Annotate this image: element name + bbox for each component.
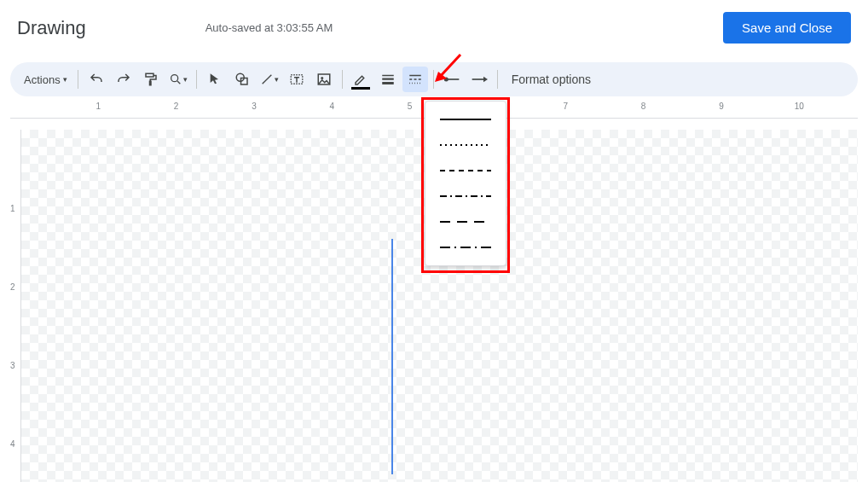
border-color-button[interactable]	[348, 67, 373, 92]
select-tool-button[interactable]	[202, 67, 228, 92]
actions-menu-button[interactable]: Actions ▾	[19, 70, 72, 90]
actions-label: Actions	[24, 73, 61, 86]
cursor-icon	[208, 73, 222, 86]
dash-option-solid[interactable]	[425, 107, 506, 132]
dash-option-dashed-short[interactable]	[425, 158, 506, 183]
svg-rect-6	[382, 75, 394, 77]
textbox-icon	[289, 72, 304, 87]
dash-option-dash-dot[interactable]	[425, 183, 506, 209]
line-icon	[260, 73, 274, 86]
redo-button[interactable]	[111, 67, 136, 92]
ruler-label: 8	[641, 102, 646, 111]
line-end-icon	[471, 75, 488, 84]
toolbar: Actions ▾ ▾ ▾	[10, 62, 858, 96]
line-dash-icon	[408, 72, 423, 87]
ruler-label: 9	[719, 102, 724, 111]
dash-option-long-dash-dot[interactable]	[425, 235, 506, 260]
dash-option-dotted[interactable]	[425, 132, 506, 158]
shape-tool-button[interactable]	[229, 67, 255, 92]
line-weight-icon	[380, 72, 396, 87]
svg-rect-8	[382, 82, 394, 84]
line-end-button[interactable]	[466, 67, 492, 92]
format-options-button[interactable]: Format options	[503, 69, 599, 90]
ruler-label: 4	[10, 439, 15, 449]
ruler-label: 1	[96, 102, 101, 111]
border-dash-button[interactable]	[402, 67, 428, 92]
ruler-label: 4	[330, 102, 335, 111]
ruler-label: 5	[408, 102, 413, 111]
zoom-button[interactable]: ▾	[165, 67, 191, 92]
ruler-label: 7	[564, 102, 569, 111]
ruler-label: 2	[174, 102, 179, 111]
image-icon	[316, 72, 332, 87]
ruler-label: 3	[10, 361, 15, 370]
paint-roller-icon	[143, 72, 159, 87]
pencil-icon	[353, 72, 368, 87]
line-start-icon	[443, 75, 460, 84]
ruler-label: 3	[252, 102, 257, 111]
line-tool-button[interactable]: ▾	[257, 67, 282, 92]
chevron-down-icon: ▾	[275, 75, 279, 84]
redo-icon	[116, 72, 131, 87]
magnifier-icon	[169, 73, 182, 86]
svg-rect-9	[409, 75, 421, 77]
border-weight-button[interactable]	[375, 67, 401, 92]
vertical-ruler: 1 2 3 4	[10, 130, 20, 482]
ruler-label: 1	[10, 204, 15, 213]
save-and-close-button[interactable]: Save and Close	[723, 12, 851, 44]
paint-format-button[interactable]	[138, 67, 164, 92]
header-bar: Drawing Auto-saved at 3:03:55 AM Save an…	[0, 0, 868, 55]
undo-icon	[89, 72, 104, 87]
line-start-button[interactable]	[439, 67, 465, 92]
dash-option-dashed-long[interactable]	[425, 209, 506, 235]
selected-line-shape[interactable]	[391, 239, 393, 474]
text-box-button[interactable]	[284, 67, 310, 92]
ruler-label: 2	[10, 282, 15, 292]
undo-button[interactable]	[84, 67, 109, 92]
svg-point-5	[321, 77, 323, 79]
border-dash-menu	[425, 101, 506, 266]
image-button[interactable]	[311, 67, 337, 92]
chevron-down-icon: ▾	[183, 75, 188, 84]
ruler-label: 10	[795, 102, 804, 111]
svg-point-0	[171, 75, 177, 82]
app-title: Drawing	[17, 17, 86, 39]
chevron-down-icon: ▾	[63, 75, 67, 84]
autosave-status: Auto-saved at 3:03:55 AM	[205, 21, 333, 34]
svg-rect-7	[382, 78, 394, 80]
shapes-icon	[234, 72, 250, 87]
